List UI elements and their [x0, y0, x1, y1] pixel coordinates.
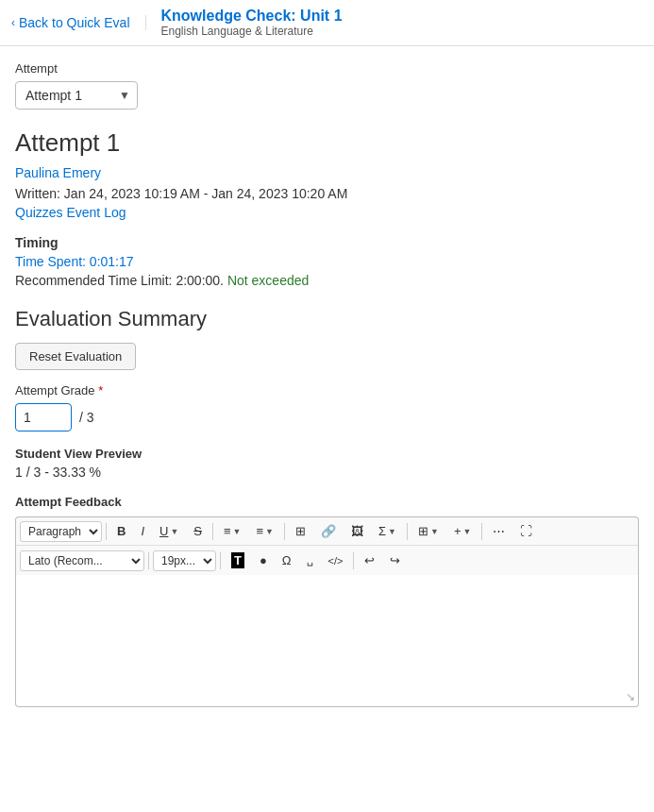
toolbar-row-2: Lato (Recom... Arial Times New Roman 19p… — [16, 546, 638, 575]
reset-evaluation-button[interactable]: Reset Evaluation — [15, 343, 136, 370]
formula-dropdown-arrow-icon: ▼ — [388, 527, 396, 536]
back-arrow-icon: ‹ — [11, 16, 15, 29]
attempt-grade-label: Attempt Grade * — [15, 383, 639, 398]
image-icon: 🖼 — [351, 524, 363, 538]
strikethrough-icon: S — [193, 524, 202, 538]
toolbar-separator-4 — [407, 523, 408, 540]
toolbar-separator-5 — [481, 523, 482, 540]
plus-dropdown-arrow-icon: ▼ — [463, 527, 472, 536]
undo-button[interactable]: ↩ — [358, 550, 381, 571]
toolbar-row-1: Paragraph Heading 1 Heading 2 B I U ▼ S … — [16, 517, 638, 546]
paragraph-style-select[interactable]: Paragraph Heading 1 Heading 2 — [20, 521, 102, 542]
toolbar-separator-2 — [212, 523, 213, 540]
italic-icon: I — [141, 524, 144, 538]
resize-handle-icon: ↘ — [626, 690, 635, 703]
formula-button[interactable]: Σ ▼ — [372, 520, 403, 542]
format-icon: T — [231, 552, 244, 568]
special-chars-button[interactable]: Ω — [276, 550, 298, 571]
page-header: ‹ Back to Quick Eval Knowledge Check: Un… — [0, 0, 654, 46]
underline-dropdown-arrow-icon: ▼ — [170, 527, 178, 536]
written-date: Written: Jan 24, 2023 10:19 AM - Jan 24,… — [15, 186, 639, 201]
list-icon: ≡ — [257, 524, 264, 538]
image-button[interactable]: 🖼 — [344, 520, 370, 542]
font-family-select[interactable]: Lato (Recom... Arial Times New Roman — [20, 550, 144, 571]
highlight-button[interactable]: ● — [253, 550, 274, 571]
grade-row: / 3 — [15, 403, 639, 431]
code-button[interactable]: </> — [322, 551, 350, 570]
underline-button[interactable]: U ▼ — [153, 520, 185, 542]
redo-button[interactable]: ↪ — [383, 550, 407, 571]
student-name: Paulina Emery — [15, 165, 639, 180]
table-icon: ⊞ — [295, 524, 306, 538]
more-button[interactable]: ⋯ — [486, 520, 511, 542]
more-icon: ⋯ — [493, 524, 505, 538]
undo-icon: ↩ — [364, 553, 375, 567]
link-icon: 🔗 — [321, 524, 336, 538]
fullscreen-icon: ⛶ — [520, 524, 532, 538]
bold-button[interactable]: B — [110, 520, 132, 542]
time-limit: Recommended Time Limit: 2:00:00. Not exc… — [15, 273, 639, 288]
student-view-value: 1 / 3 - 33.33 % — [15, 465, 639, 480]
align-icon: ≡ — [224, 524, 231, 538]
feedback-label: Attempt Feedback — [15, 495, 639, 509]
insert-table-icon: ⊞ — [418, 524, 428, 538]
font-size-select[interactable]: 19px... 12px 14px 16px — [153, 550, 216, 571]
plus-icon: + — [454, 524, 461, 538]
header-title-block: Knowledge Check: Unit 1 English Language… — [161, 8, 343, 38]
clear-format-button[interactable]: ␣ — [300, 550, 320, 570]
code-icon: </> — [328, 555, 344, 567]
underline-icon: U — [159, 524, 168, 538]
insert-dropdown-arrow-icon: ▼ — [430, 527, 439, 536]
time-spent: Time Spent: 0:01:17 — [15, 254, 639, 269]
list-dropdown-arrow-icon: ▼ — [265, 527, 274, 536]
student-view-label: Student View Preview — [15, 447, 639, 461]
align-button[interactable]: ≡ ▼ — [217, 520, 248, 542]
grade-input[interactable] — [15, 403, 72, 431]
list-button[interactable]: ≡ ▼ — [250, 520, 281, 542]
page-subtitle: English Language & Literature — [161, 25, 343, 38]
attempt-select[interactable]: Attempt 1 Attempt 2 — [15, 81, 138, 110]
eval-heading: Evaluation Summary — [15, 307, 639, 331]
format-button[interactable]: T — [225, 549, 251, 572]
fullscreen-button[interactable]: ⛶ — [513, 520, 539, 542]
toolbar-separator-6 — [148, 552, 149, 569]
not-exceeded-label: Not exceeded — [227, 273, 309, 288]
special-chars-icon: Ω — [282, 553, 292, 567]
grade-total: / 3 — [79, 410, 94, 425]
sigma-icon: Σ — [378, 524, 386, 538]
event-log-link[interactable]: Quizzes Event Log — [15, 205, 639, 220]
toolbar-separator-8 — [353, 552, 354, 569]
bold-icon: B — [117, 524, 126, 538]
plus-button[interactable]: + ▼ — [447, 520, 478, 542]
feedback-toolbar: Paragraph Heading 1 Heading 2 B I U ▼ S … — [15, 516, 639, 575]
time-limit-label: Recommended Time Limit: 2:00:00. — [15, 273, 224, 288]
toolbar-separator — [106, 523, 107, 540]
link-button[interactable]: 🔗 — [314, 520, 343, 542]
toolbar-separator-3 — [284, 523, 285, 540]
timing-heading: Timing — [15, 235, 639, 250]
table-button[interactable]: ⊞ — [289, 520, 312, 542]
strikethrough-button[interactable]: S — [187, 520, 209, 542]
back-link-label: Back to Quick Eval — [19, 15, 130, 30]
attempt-select-wrapper: Attempt 1 Attempt 2 ▼ — [15, 81, 138, 110]
insert-table-button[interactable]: ⊞ ▼ — [411, 520, 445, 542]
main-content: Attempt Attempt 1 Attempt 2 ▼ Attempt 1 … — [0, 46, 654, 722]
back-link[interactable]: ‹ Back to Quick Eval — [11, 15, 146, 30]
required-star: * — [98, 383, 103, 398]
italic-button[interactable]: I — [134, 520, 151, 542]
attempt-selector-label: Attempt — [15, 61, 639, 76]
clear-format-icon: ␣ — [307, 554, 313, 567]
highlight-icon: ● — [260, 553, 267, 567]
redo-icon: ↪ — [390, 553, 400, 567]
feedback-editor[interactable]: ↘ — [15, 575, 639, 707]
page-title: Knowledge Check: Unit 1 — [161, 8, 343, 25]
toolbar-separator-7 — [220, 552, 221, 569]
align-dropdown-arrow-icon: ▼ — [233, 527, 242, 536]
attempt-heading: Attempt 1 — [15, 128, 639, 158]
